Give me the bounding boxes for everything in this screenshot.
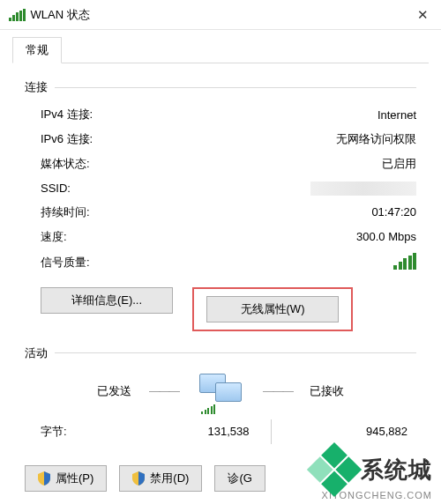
shield-icon — [38, 471, 50, 485]
speed-value: 300.0 Mbps — [178, 225, 416, 249]
activity-signal-icon — [201, 405, 215, 414]
dash-right: ——— — [263, 384, 292, 397]
tab-strip: 常规 — [0, 30, 441, 63]
media-label: 媒体状态: — [25, 152, 178, 176]
close-button[interactable]: ✕ — [417, 7, 429, 23]
wifi-signal-icon — [9, 9, 26, 21]
disable-button-label: 禁用(D) — [150, 466, 189, 491]
media-value: 已启用 — [178, 152, 416, 176]
properties-button[interactable]: 属性(P) — [25, 465, 107, 492]
duration-label: 持续时间: — [25, 200, 178, 225]
duration-value: 01:47:20 — [178, 200, 416, 225]
activity-header: 已发送 ——— ——— 已接收 — [25, 372, 416, 411]
bytes-label: 字节: — [25, 424, 113, 440]
received-label: 已接收 — [310, 383, 344, 399]
connection-section: 连接 IPv4 连接: Internet IPv6 连接: 无网络访问权限 媒体… — [0, 63, 441, 337]
properties-button-label: 属性(P) — [56, 466, 93, 491]
ssid-blurred — [310, 182, 416, 196]
ipv4-label: IPv4 连接: — [25, 102, 178, 127]
quality-value — [178, 249, 416, 277]
watermark-subtext: XITONGCHENG.COM — [315, 490, 432, 500]
tab-general[interactable]: 常规 — [12, 37, 62, 63]
sent-label: 已发送 — [97, 383, 131, 399]
ssid-label: SSID: — [25, 176, 178, 200]
shield-icon — [132, 471, 145, 485]
diagnose-button-label: 诊(G — [228, 466, 251, 491]
disable-button[interactable]: 禁用(D) — [119, 465, 202, 492]
diagnose-button[interactable]: 诊(G — [214, 465, 265, 492]
titlebar: WLAN 状态 ✕ — [0, 0, 441, 30]
bytes-row: 字节: 131,538 945,882 — [25, 419, 416, 444]
signal-quality-icon — [393, 254, 416, 270]
wireless-properties-button[interactable]: 无线属性(W) — [206, 296, 339, 322]
ipv6-value: 无网络访问权限 — [178, 127, 416, 152]
window-title: WLAN 状态 — [31, 7, 90, 23]
dash-left: ——— — [149, 384, 178, 397]
monitors-icon — [196, 372, 245, 411]
bytes-sent: 131,538 — [113, 425, 271, 438]
quality-label: 信号质量: — [25, 249, 178, 277]
group-connection-label: 连接 — [25, 79, 55, 95]
group-connection: 连接 — [25, 79, 416, 95]
bytes-received: 945,882 — [272, 425, 417, 438]
wireless-props-highlight: 无线属性(W) — [192, 287, 353, 331]
details-button[interactable]: 详细信息(E)... — [41, 287, 173, 314]
ipv4-value: Internet — [178, 102, 416, 127]
ssid-value — [178, 176, 416, 200]
activity-section: 活动 已发送 ——— ——— 已接收 字节: 131,538 945,882 — [0, 337, 441, 449]
group-activity-label: 活动 — [25, 345, 55, 361]
speed-label: 速度: — [25, 225, 178, 249]
ipv6-label: IPv6 连接: — [25, 127, 178, 152]
group-activity: 活动 — [25, 345, 416, 361]
footer-buttons: 属性(P) 禁用(D) 诊(G — [0, 449, 441, 492]
connection-table: IPv4 连接: Internet IPv6 连接: 无网络访问权限 媒体状态:… — [25, 102, 416, 277]
connection-buttons: 详细信息(E)... 无线属性(W) — [41, 287, 416, 331]
